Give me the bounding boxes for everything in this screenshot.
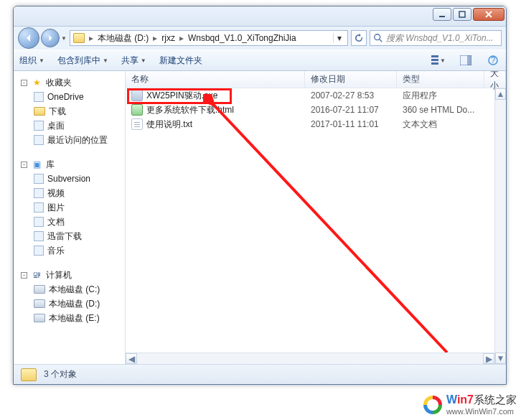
tree-item[interactable]: 音乐	[18, 243, 125, 258]
status-bar: 3 个对象	[14, 364, 506, 384]
onedrive-icon	[34, 92, 44, 102]
svg-rect-1	[459, 11, 465, 17]
include-library-menu[interactable]: 包含到库中▼	[57, 55, 108, 67]
horizontal-scrollbar[interactable]: ◀ ▶	[126, 353, 494, 364]
library-icon: ▣	[31, 159, 42, 170]
tree-item[interactable]: 视频	[18, 186, 125, 200]
breadcrumb[interactable]: Wnsbqd_V1.0_XiTongZhiJia	[188, 33, 296, 43]
address-bar[interactable]: ▸ 本地磁盘 (D:) ▸ rjxz ▸ Wnsbqd_V1.0_XiTongZ…	[70, 30, 348, 46]
drive-icon	[34, 299, 45, 308]
back-button[interactable]	[18, 27, 39, 49]
vertical-scrollbar[interactable]: ▲ ▼	[494, 88, 506, 364]
breadcrumb[interactable]: 本地磁盘 (D:)	[98, 32, 149, 45]
file-row[interactable]: XW25PIN驱动.exe 2007-02-27 8:53 应用程序	[126, 88, 506, 103]
file-row[interactable]: 使用说明.txt 2017-01-11 11:01 文本文档	[126, 117, 506, 131]
downloads-icon	[34, 107, 45, 116]
pictures-icon	[34, 202, 44, 213]
windows-logo-icon	[423, 396, 442, 414]
tree-item[interactable]: 最近访问的位置	[18, 133, 125, 147]
toolbar: 组织▼ 包含到库中▼ 共享▼ 新建文件夹 ▼ ?	[14, 50, 506, 71]
history-dropdown-icon[interactable]: ▼	[61, 35, 67, 42]
tree-item[interactable]: 本地磁盘 (D:)	[18, 297, 125, 311]
star-icon: ★	[31, 77, 42, 88]
tree-item[interactable]: Subversion	[18, 172, 125, 186]
tree-item[interactable]: 迅雷下载	[18, 229, 125, 243]
close-button[interactable]	[473, 8, 504, 21]
col-type[interactable]: 类型	[397, 71, 484, 88]
explorer-window: ▼ ▸ 本地磁盘 (D:) ▸ rjxz ▸ Wnsbqd_V1.0_XiTon…	[13, 6, 507, 385]
organize-menu[interactable]: 组织▼	[19, 55, 44, 67]
music-icon	[34, 246, 44, 256]
titlebar	[14, 6, 506, 27]
forward-button[interactable]	[41, 29, 60, 47]
collapse-icon[interactable]: -	[21, 162, 27, 168]
tree-libraries[interactable]: -▣库	[18, 157, 125, 172]
view-options-button[interactable]: ▼	[431, 54, 446, 67]
search-input[interactable]: 搜索 Wnsbqd_V1.0_XiTon...	[370, 30, 502, 46]
collapse-icon[interactable]: -	[21, 272, 27, 279]
svg-point-4	[375, 34, 380, 40]
col-size[interactable]: 大小	[484, 71, 506, 88]
drive-icon	[34, 285, 45, 294]
status-text: 3 个对象	[44, 368, 77, 381]
tree-computer[interactable]: -🖳计算机	[18, 268, 125, 282]
file-row[interactable]: 更多系统软件下载.html 2016-07-21 11:07 360 se HT…	[126, 103, 506, 117]
svg-rect-0	[439, 16, 445, 17]
txt-icon	[131, 118, 143, 130]
collapse-icon[interactable]: -	[21, 80, 27, 86]
folder-icon	[73, 33, 85, 43]
scroll-right-icon[interactable]: ▶	[483, 353, 494, 364]
watermark-url: www.WinWin7.com	[446, 407, 517, 416]
tree-item[interactable]: OneDrive	[18, 90, 125, 104]
svg-line-13	[212, 103, 447, 353]
share-menu[interactable]: 共享▼	[121, 55, 146, 67]
address-dropdown-icon[interactable]: ▾	[333, 33, 344, 43]
thunder-icon	[34, 231, 44, 241]
search-placeholder: 搜索 Wnsbqd_V1.0_XiTon...	[386, 32, 494, 45]
svg-text:?: ?	[491, 55, 496, 65]
nav-tree: -★收藏夹 OneDrive 下载 桌面 最近访问的位置 -▣库 Subvers…	[14, 71, 126, 364]
tree-item[interactable]: 本地磁盘 (C:)	[18, 282, 125, 297]
svg-rect-8	[431, 62, 438, 65]
breadcrumb[interactable]: rjxz	[161, 33, 175, 43]
scroll-down-icon[interactable]: ▼	[495, 353, 506, 364]
documents-icon	[34, 217, 44, 227]
refresh-button[interactable]	[351, 30, 367, 46]
recent-icon	[34, 135, 44, 145]
tree-item[interactable]: 文档	[18, 215, 125, 229]
html-icon	[131, 104, 143, 116]
computer-icon: 🖳	[31, 269, 42, 281]
watermark: Win7系统之家 www.WinWin7.com	[423, 393, 517, 416]
scroll-left-icon[interactable]: ◀	[126, 353, 137, 364]
svg-rect-10	[467, 55, 471, 65]
column-headers: 名称 修改日期 类型 大小	[126, 71, 506, 88]
minimize-button[interactable]	[433, 8, 451, 21]
subversion-icon	[34, 174, 44, 184]
col-date[interactable]: 修改日期	[305, 71, 397, 88]
maximize-button[interactable]	[453, 8, 471, 21]
scroll-up-icon[interactable]: ▲	[495, 88, 506, 100]
exe-icon	[131, 90, 143, 101]
tree-item[interactable]: 桌面	[18, 118, 125, 133]
tree-item[interactable]: 本地磁盘 (E:)	[18, 311, 125, 325]
drive-icon	[34, 314, 45, 322]
folder-icon	[21, 368, 37, 381]
col-name[interactable]: 名称	[126, 71, 305, 88]
video-icon	[34, 188, 44, 198]
svg-rect-6	[431, 55, 438, 57]
svg-rect-7	[431, 59, 438, 61]
help-button[interactable]: ?	[486, 54, 500, 67]
preview-pane-button[interactable]	[459, 54, 473, 67]
desktop-icon	[34, 121, 44, 131]
tree-item[interactable]: 图片	[18, 200, 125, 215]
annotation-arrow	[203, 94, 454, 360]
nav-row: ▼ ▸ 本地磁盘 (D:) ▸ rjxz ▸ Wnsbqd_V1.0_XiTon…	[14, 27, 506, 50]
file-list-pane: 名称 修改日期 类型 大小 XW25PIN驱动.exe 2007-02-27 8…	[126, 71, 506, 364]
tree-favorites[interactable]: -★收藏夹	[18, 75, 125, 90]
new-folder-button[interactable]: 新建文件夹	[159, 55, 202, 67]
tree-item[interactable]: 下载	[18, 104, 125, 118]
svg-line-5	[380, 39, 382, 42]
